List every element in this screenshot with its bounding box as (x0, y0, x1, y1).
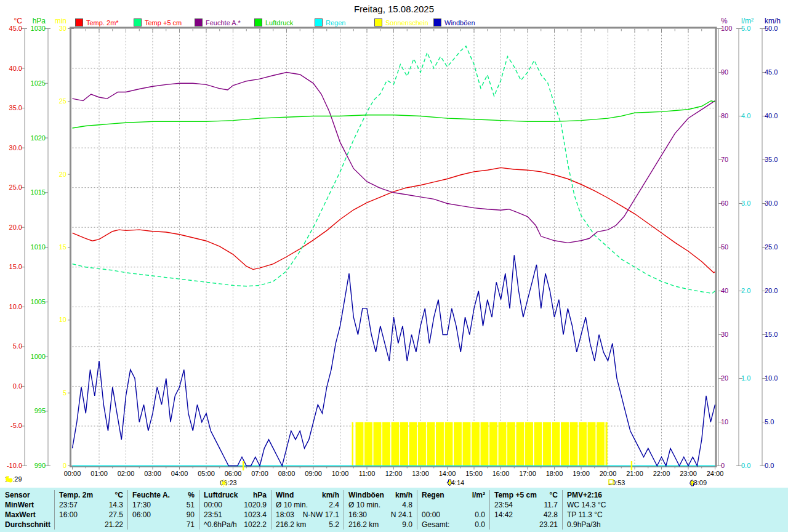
cell-label: MaxWert (5, 510, 36, 520)
status-table-column: Temp +5 cm°C23:5411.714:4242.823.21 (489, 488, 562, 532)
legend-item-label: Feuchte A.* (206, 19, 241, 26)
cell-label: WC 14.3 °C (567, 501, 606, 510)
status-table-row (422, 501, 485, 510)
cell-value: hPa (253, 491, 267, 500)
cell-label: Gesamt: (422, 520, 449, 530)
cell-value: °C (550, 491, 558, 500)
temp-tick-label: 25.0 (9, 184, 22, 191)
status-table-column: Windböenkm/hØ 10 min.4.816:30N 24.1216.2… (344, 488, 417, 532)
cell-value: l/m² (472, 491, 485, 500)
hum-tick-label: 10 (721, 419, 728, 425)
x-axis-label: 12:00 (380, 470, 408, 477)
wind-tick-label: 25.0 (765, 244, 778, 251)
legend-color-box (315, 18, 323, 26)
wind-tick-label: 15.0 (765, 331, 778, 338)
x-axis-label: 20:00 (595, 470, 622, 477)
legend-color-box (134, 18, 142, 26)
status-table-column: Regenl/m²00:000.0Gesamt:0.0 (417, 488, 489, 532)
legend-item-label: Luftdruck (265, 19, 293, 26)
hum-tick-label: 90 (721, 69, 728, 76)
cell-value: 90 (187, 510, 195, 520)
status-table-row: 23:5411.7 (494, 501, 558, 510)
press-tick-label: 1000 (31, 353, 46, 360)
cell-label: Sensor (5, 491, 30, 500)
legend-item-label: Regen (326, 19, 345, 26)
hum-tick-label: 80 (721, 113, 728, 119)
cell-value: 4.8 (402, 501, 412, 510)
cell-label: 00:00 (422, 510, 440, 520)
status-table-row: 16:30N 24.1 (348, 510, 412, 520)
chart-labels-layer: 45.040.035.030.025.020.015.010.05.00.0-5… (0, 0, 788, 487)
cell-label: 0.9hPa/3h (567, 520, 601, 530)
cell-label: PMV+2:16 (567, 491, 602, 500)
legend-color-box (374, 18, 382, 26)
rain-tick-label: 2.0 (741, 288, 750, 294)
rain-tick-label: 5.0 (741, 25, 750, 32)
cell-label: Temp +5 cm (494, 491, 537, 500)
status-table-column: SensorMinWertMaxWertDurchschnitt (0, 488, 54, 532)
x-axis-label: 09:00 (300, 470, 327, 477)
hum-tick-label: 70 (721, 156, 728, 163)
x-axis-label: 04:00 (166, 470, 193, 477)
x-axis-label: 23:00 (675, 470, 702, 477)
status-table-row: ^0.6hPa/h1022.2 (204, 520, 267, 530)
x-axis-label: 21:00 (621, 470, 648, 477)
x-axis-label: 14:00 (434, 470, 461, 477)
sun-tick-label: 0 (63, 462, 66, 469)
status-table-row: Feuchte A.% (132, 491, 195, 500)
cell-label: 18:03 (276, 510, 294, 520)
temp-tick-label: 10.0 (9, 304, 22, 310)
legend-color-box (254, 18, 262, 26)
wind-tick-label: 40.0 (765, 113, 778, 119)
temp-tick-label: 15.0 (9, 264, 22, 270)
temp-tick-label: 0.0 (13, 383, 22, 390)
table-separator (54, 490, 55, 530)
cell-label: 17:30 (132, 501, 151, 510)
x-axis-label: 00:00 (59, 470, 86, 477)
cell-value: °C (115, 491, 123, 500)
cell-label: Wind (276, 491, 294, 500)
legend-item-sonnenschein: Sonnenschein (374, 18, 428, 26)
cell-value: 5.2 (329, 520, 339, 530)
status-table-row: PMV+2:16 (567, 491, 784, 500)
table-separator (127, 490, 128, 530)
legend-color-box (433, 18, 441, 26)
status-table-row: TP 11.3 °C (567, 510, 784, 520)
sun-tick-label: 10 (59, 316, 66, 323)
cell-label: Durchschnitt (5, 520, 50, 530)
press-tick-label: 1030 (31, 25, 46, 32)
temp-tick-label: 35.0 (9, 105, 22, 111)
cell-label: 00:00 (204, 501, 222, 510)
press-tick-label: 990 (34, 462, 46, 469)
press-tick-label: 1020 (31, 135, 46, 142)
status-table-row: MinWert (5, 501, 50, 510)
cell-label: 14:42 (494, 510, 513, 520)
rain-tick-label: 0.0 (741, 462, 750, 469)
wind-tick-label: 20.0 (765, 288, 778, 294)
x-axis-label: 05:00 (193, 470, 220, 477)
cell-label: 16:00 (59, 510, 78, 520)
legend-color-box (195, 18, 203, 26)
sun-tick-label: 25 (59, 98, 66, 105)
temp-tick-label: 40.0 (9, 65, 22, 72)
cell-value: km/h (395, 491, 412, 500)
cell-label: Ø 10 min. (348, 501, 380, 510)
cell-label: Temp. 2m (59, 491, 93, 500)
hum-tick-label: 30 (721, 331, 728, 338)
status-table-row: 71 (132, 520, 195, 530)
hum-tick-label: 100 (721, 25, 732, 32)
x-axis-label: 08:00 (273, 470, 300, 477)
legend-item-label: Sonnenschein (385, 19, 428, 26)
cell-value: 0.0 (475, 520, 485, 530)
status-table-column: Feuchte A.%17:305106:009071 (127, 488, 199, 532)
x-axis-label: 22:00 (648, 470, 675, 477)
status-table-column: Windkm/hØ 10 min.2.418:03N-NW 17.1216.2 … (271, 488, 344, 532)
wind-tick-label: 50.0 (765, 25, 778, 32)
status-table-row: 21.22 (59, 520, 123, 530)
cell-label: 23:54 (494, 501, 513, 510)
hum-tick-label: 0 (721, 462, 725, 469)
legend-item-label: Temp +5 cm (145, 19, 182, 26)
cell-label: ^0.6hPa/h (204, 520, 237, 530)
cell-label: 23:51 (204, 510, 222, 520)
status-table-row: 14:4242.8 (494, 510, 558, 520)
